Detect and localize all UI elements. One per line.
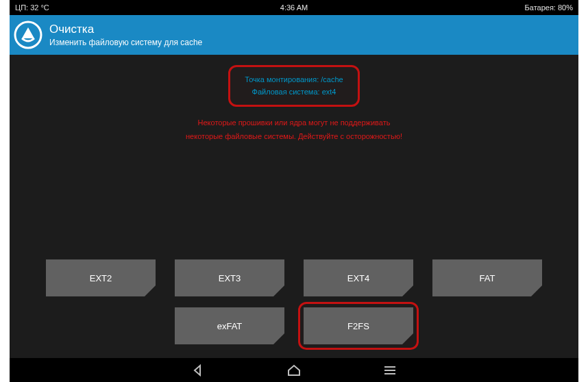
filesystem-row-1: EXT2 EXT3 EXT4 FAT [46, 259, 542, 296]
fs-ext2-button[interactable]: EXT2 [46, 259, 156, 296]
filesystem-grid: EXT2 EXT3 EXT4 FAT exFAT F2FS [10, 259, 578, 344]
fs-fat-button[interactable]: FAT [432, 259, 542, 296]
filesystem-row-2: exFAT F2FS [175, 307, 413, 344]
fs-ext3-button[interactable]: EXT3 [175, 259, 284, 296]
nav-bar [10, 358, 578, 382]
nav-home-button[interactable] [287, 364, 301, 377]
status-bar: ЦП: 32 °C 4:36 AM Батарея: 80% [10, 0, 578, 15]
fs-f2fs-button[interactable]: F2FS [304, 307, 413, 344]
header: Очистка Изменить файловую систему для ca… [10, 15, 578, 55]
nav-back-button[interactable] [191, 364, 205, 377]
warning-line-1: Некоторые прошивки или ядра могут не под… [10, 116, 578, 130]
device-frame: ЦП: 32 °C 4:36 AM Батарея: 80% Очистка И… [10, 0, 578, 382]
page-subtitle: Изменить файловую систему для cache [49, 38, 202, 47]
twrp-logo-icon [14, 21, 42, 49]
partition-info-box: Точка монтирования: /cache Файловая сист… [228, 65, 360, 107]
warning-text: Некоторые прошивки или ядра могут не под… [10, 116, 578, 144]
nav-menu-button[interactable] [383, 364, 397, 377]
status-battery: Батарея: 80% [387, 3, 573, 12]
status-cpu: ЦП: 32 °C [15, 3, 201, 12]
filesystem-label: Файловая система: ext4 [234, 86, 354, 99]
content-area: Точка монтирования: /cache Файловая сист… [10, 55, 578, 358]
fs-exfat-button[interactable]: exFAT [175, 307, 284, 344]
mount-point-label: Точка монтирования: /cache [234, 74, 354, 86]
status-time: 4:36 AM [201, 3, 387, 12]
fs-f2fs-highlight: F2FS [304, 307, 413, 344]
page-title: Очистка [49, 23, 202, 36]
warning-line-2: некоторые файловые системы. Действуйте с… [10, 130, 578, 144]
fs-ext4-button[interactable]: EXT4 [304, 259, 413, 296]
